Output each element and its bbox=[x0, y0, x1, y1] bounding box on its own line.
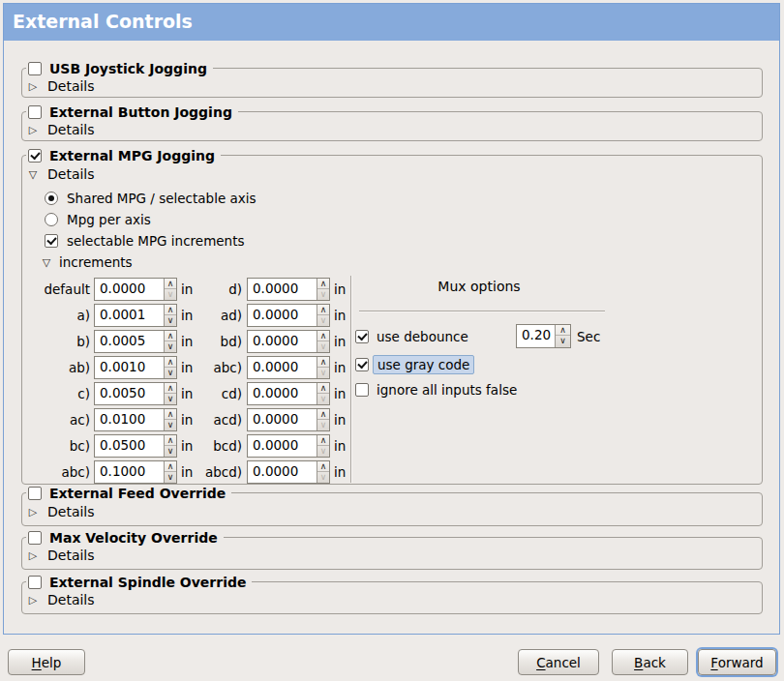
spin-down-icon[interactable]: ∨ bbox=[317, 341, 329, 352]
spin-up-icon[interactable]: ∧ bbox=[317, 383, 329, 394]
spin-up-icon[interactable]: ∧ bbox=[165, 409, 176, 420]
spinbox-entry[interactable]: 0.0000 bbox=[248, 331, 317, 352]
cancel-button[interactable]: Cancel bbox=[518, 649, 599, 675]
button-details-expander[interactable]: ▷ Details bbox=[27, 122, 95, 137]
expander-label[interactable]: increments bbox=[59, 254, 133, 270]
max-velocity-checkbox[interactable] bbox=[28, 531, 42, 545]
spin-up-icon[interactable]: ∧ bbox=[317, 409, 329, 420]
spin-down-icon[interactable]: ∨ bbox=[165, 315, 176, 326]
spin-up-icon[interactable]: ∧ bbox=[165, 279, 176, 289]
radio-icon[interactable] bbox=[45, 213, 58, 226]
spinbox-entry[interactable]: 0.0000 bbox=[95, 279, 164, 300]
spin-down-icon[interactable]: ∨ bbox=[165, 420, 176, 430]
spin-down-icon[interactable]: ∨ bbox=[317, 289, 329, 300]
spin-up-icon[interactable]: ∧ bbox=[317, 461, 329, 472]
increment-spinbox[interactable]: 0.0000 ∧∨ bbox=[247, 304, 330, 327]
section-title[interactable]: USB Joystick Jogging bbox=[49, 61, 207, 76]
spinbox-entry[interactable]: 0.0000 bbox=[248, 279, 317, 300]
spinbox-entry[interactable]: 0.0050 bbox=[95, 383, 164, 404]
increment-spinbox[interactable]: 0.0000 ∧∨ bbox=[247, 382, 330, 405]
spin-down-icon[interactable]: ∨ bbox=[165, 368, 176, 378]
increment-spinbox[interactable]: 0.0000 ∧∨ bbox=[94, 278, 177, 301]
forward-button[interactable]: Forward bbox=[698, 649, 776, 675]
spinbox-entry[interactable]: 0.0000 bbox=[248, 409, 317, 430]
usb-details-expander[interactable]: ▷ Details bbox=[27, 78, 95, 94]
radio-label[interactable]: Shared MPG / selectable axis bbox=[67, 191, 256, 206]
details-label[interactable]: Details bbox=[47, 504, 95, 519]
spin-up-icon[interactable]: ∧ bbox=[317, 279, 329, 289]
section-title[interactable]: Max Velocity Override bbox=[49, 530, 218, 546]
increment-spinbox[interactable]: 0.0000 ∧∨ bbox=[247, 330, 330, 353]
spindle-details-expander[interactable]: ▷ Details bbox=[27, 592, 95, 607]
spinbox-entry[interactable]: 0.0000 bbox=[248, 357, 317, 378]
use-debounce-label[interactable]: use debounce bbox=[377, 329, 468, 344]
section-title[interactable]: External Button Jogging bbox=[49, 104, 232, 120]
expander-expanded-icon[interactable]: ▽ bbox=[27, 168, 39, 181]
spin-up-icon[interactable]: ∧ bbox=[317, 331, 329, 341]
spin-up-icon[interactable]: ∧ bbox=[165, 461, 176, 472]
spinbox-entry[interactable]: 0.0000 bbox=[248, 383, 317, 404]
spinbox-entry[interactable]: 0.0001 bbox=[95, 305, 164, 326]
spin-down-icon[interactable]: ∨ bbox=[165, 289, 176, 300]
details-label[interactable]: Details bbox=[47, 592, 95, 607]
increment-spinbox[interactable]: 0.0000 ∧∨ bbox=[247, 278, 330, 301]
spin-down-icon[interactable]: ∨ bbox=[317, 315, 329, 326]
spin-down-icon[interactable]: ∨ bbox=[556, 336, 570, 346]
spin-up-icon[interactable]: ∧ bbox=[165, 435, 176, 446]
details-label[interactable]: Details bbox=[47, 122, 95, 137]
spin-down-icon[interactable]: ∨ bbox=[165, 394, 176, 404]
spinbox-entry[interactable]: 0.0100 bbox=[95, 409, 164, 430]
details-label[interactable]: Details bbox=[47, 78, 95, 94]
increments-expander[interactable]: ▽ increments bbox=[41, 254, 133, 270]
spin-down-icon[interactable]: ∨ bbox=[317, 394, 329, 404]
use-gray-code-label[interactable]: use gray code bbox=[373, 355, 474, 374]
spin-down-icon[interactable]: ∨ bbox=[317, 420, 329, 430]
spin-down-icon[interactable]: ∨ bbox=[317, 472, 329, 483]
spinbox-entry[interactable]: 0.0000 bbox=[248, 305, 317, 326]
spinbox-entry[interactable]: 0.0500 bbox=[95, 435, 164, 457]
radio-shared-mpg[interactable]: Shared MPG / selectable axis bbox=[45, 191, 256, 206]
external-button-checkbox[interactable] bbox=[28, 105, 42, 119]
increment-spinbox[interactable]: 0.0100 ∧∨ bbox=[94, 408, 177, 431]
back-button[interactable]: Back bbox=[612, 649, 688, 675]
increment-spinbox[interactable]: 0.0010 ∧∨ bbox=[94, 356, 177, 379]
use-gray-code-checkbox[interactable] bbox=[355, 358, 369, 371]
section-title[interactable]: External Spindle Override bbox=[49, 575, 246, 590]
spin-up-icon[interactable]: ∧ bbox=[165, 331, 176, 341]
checkbox-label[interactable]: selectable MPG increments bbox=[67, 233, 244, 249]
spin-down-icon[interactable]: ∨ bbox=[317, 368, 329, 378]
increment-spinbox[interactable]: 0.0000 ∧∨ bbox=[247, 434, 330, 458]
spinbox-entry[interactable]: 0.0000 bbox=[248, 461, 317, 483]
spin-up-icon[interactable]: ∧ bbox=[165, 383, 176, 394]
increment-spinbox[interactable]: 0.0500 ∧∨ bbox=[94, 434, 177, 458]
increment-spinbox[interactable]: 0.0001 ∧∨ bbox=[94, 304, 177, 327]
radio-label[interactable]: Mpg per axis bbox=[67, 212, 151, 227]
spin-down-icon[interactable]: ∨ bbox=[165, 341, 176, 352]
increment-spinbox[interactable]: 0.0000 ∧∨ bbox=[247, 460, 330, 484]
section-title[interactable]: External Feed Override bbox=[49, 486, 226, 501]
spin-up-icon[interactable]: ∧ bbox=[317, 435, 329, 446]
expander-collapsed-icon[interactable]: ▷ bbox=[27, 80, 39, 93]
details-label[interactable]: Details bbox=[47, 166, 95, 182]
mpg-details-expander[interactable]: ▽ Details bbox=[27, 166, 95, 182]
spinbox-entry[interactable]: 0.1000 bbox=[95, 461, 164, 483]
expander-collapsed-icon[interactable]: ▷ bbox=[27, 549, 39, 562]
increment-spinbox[interactable]: 0.0050 ∧∨ bbox=[94, 382, 177, 405]
details-label[interactable]: Details bbox=[47, 548, 95, 563]
external-mpg-checkbox[interactable] bbox=[28, 149, 42, 163]
spin-up-icon[interactable]: ∧ bbox=[317, 357, 329, 368]
spinbox-entry[interactable]: 0.20 bbox=[517, 325, 555, 347]
expander-collapsed-icon[interactable]: ▷ bbox=[27, 506, 39, 518]
radio-icon[interactable] bbox=[45, 192, 58, 205]
spin-up-icon[interactable]: ∧ bbox=[317, 305, 329, 315]
external-feed-checkbox[interactable] bbox=[28, 487, 42, 500]
increment-spinbox[interactable]: 0.0000 ∧∨ bbox=[247, 408, 330, 431]
expander-collapsed-icon[interactable]: ▷ bbox=[27, 594, 39, 607]
checkbox-icon[interactable] bbox=[45, 234, 58, 248]
expander-expanded-icon[interactable]: ▽ bbox=[41, 256, 52, 269]
increment-spinbox[interactable]: 0.1000 ∧∨ bbox=[94, 460, 177, 484]
feed-details-expander[interactable]: ▷ Details bbox=[27, 504, 95, 519]
spin-up-icon[interactable]: ∧ bbox=[556, 325, 570, 336]
selectable-mpg-increments-checkbox[interactable]: selectable MPG increments bbox=[45, 233, 244, 249]
spin-down-icon[interactable]: ∨ bbox=[165, 472, 176, 483]
